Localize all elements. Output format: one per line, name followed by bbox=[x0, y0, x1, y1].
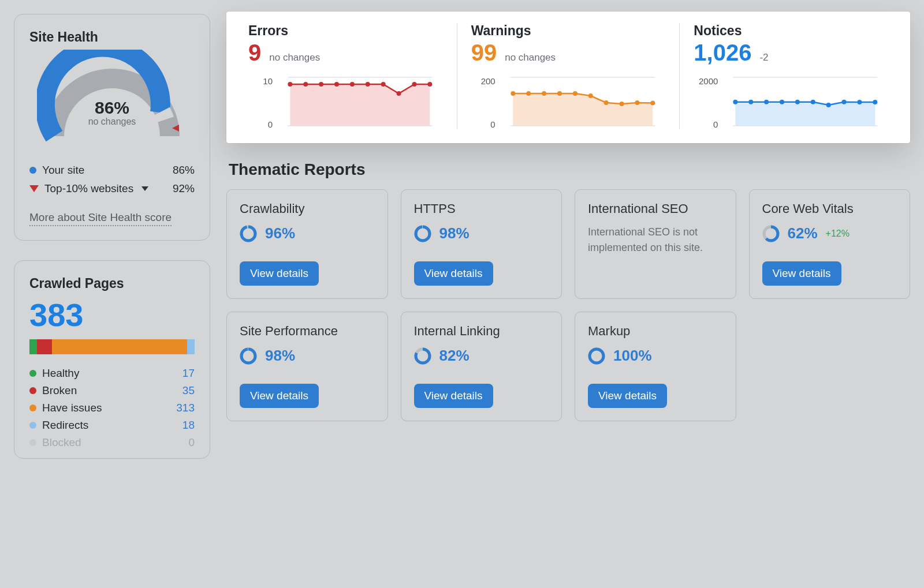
svg-point-36 bbox=[873, 100, 878, 104]
crawl-row[interactable]: Healthy17 bbox=[29, 367, 195, 380]
svg-point-22 bbox=[619, 102, 624, 106]
svg-point-9 bbox=[381, 82, 386, 87]
notices-card[interactable]: Notices 1,026 -2 20000 bbox=[679, 23, 902, 129]
svg-point-19 bbox=[573, 91, 578, 96]
crawl-row[interactable]: Blocked0 bbox=[29, 436, 195, 449]
view-details-button[interactable]: View details bbox=[762, 261, 841, 286]
report-percent: 100% bbox=[613, 347, 652, 365]
crawl-row[interactable]: Redirects18 bbox=[29, 419, 195, 432]
crawled-pages-bar bbox=[29, 339, 195, 354]
report-note: International SEO is not implemented on … bbox=[588, 224, 723, 256]
progress-ring-icon bbox=[762, 225, 780, 242]
notices-value: 1,026 bbox=[694, 40, 751, 66]
legend-dot-icon bbox=[29, 422, 36, 429]
more-about-link[interactable]: More about Site Health score bbox=[29, 211, 172, 226]
issues-summary: Errors 9 no changes 100 Warnings 99 no c… bbox=[226, 12, 910, 143]
report-percent: 98% bbox=[265, 347, 295, 365]
svg-point-11 bbox=[412, 82, 416, 87]
view-details-button[interactable]: View details bbox=[414, 384, 493, 408]
view-details-button[interactable]: View details bbox=[240, 261, 319, 286]
report-card: Crawlability96%View details bbox=[226, 189, 388, 299]
errors-sparkline bbox=[277, 76, 443, 129]
legend-dot-icon bbox=[29, 405, 36, 411]
svg-point-29 bbox=[764, 100, 769, 104]
report-percent: 98% bbox=[439, 224, 470, 242]
view-details-button[interactable]: View details bbox=[588, 384, 667, 408]
svg-point-21 bbox=[603, 100, 608, 105]
thematic-title: Thematic Reports bbox=[229, 160, 910, 179]
svg-point-17 bbox=[542, 91, 546, 96]
svg-point-48 bbox=[590, 349, 603, 363]
svg-point-24 bbox=[650, 100, 655, 105]
site-health-sub: no changes bbox=[29, 117, 195, 127]
report-title: Markup bbox=[588, 324, 723, 339]
report-percent: 62% bbox=[788, 224, 818, 242]
report-card: International SEOInternational SEO is no… bbox=[575, 189, 736, 299]
warnings-card[interactable]: Warnings 99 no changes 2000 bbox=[457, 23, 680, 129]
errors-value: 9 bbox=[248, 40, 261, 66]
report-card: Core Web Vitals62%+12%View details bbox=[749, 189, 911, 299]
report-title: Crawlability bbox=[240, 201, 375, 216]
crawled-pages-card: Crawled Pages 383 Healthy17Broken35Have … bbox=[14, 260, 210, 459]
legend-dot-icon bbox=[29, 439, 36, 446]
legend-top10[interactable]: Top-10% websites 92% bbox=[29, 182, 195, 195]
report-percent: 82% bbox=[439, 347, 470, 365]
svg-point-44 bbox=[241, 349, 255, 363]
svg-point-34 bbox=[842, 100, 847, 104]
report-delta: +12% bbox=[826, 229, 850, 239]
svg-point-4 bbox=[303, 82, 308, 87]
svg-point-27 bbox=[733, 100, 738, 104]
report-title: International SEO bbox=[588, 201, 723, 216]
legend-dot-icon bbox=[29, 167, 36, 174]
svg-point-12 bbox=[427, 82, 432, 87]
svg-point-30 bbox=[780, 100, 784, 104]
notices-sparkline bbox=[722, 76, 888, 129]
legend-dot-icon bbox=[29, 387, 36, 394]
svg-point-3 bbox=[288, 82, 292, 87]
chevron-down-icon bbox=[141, 186, 148, 191]
svg-point-35 bbox=[858, 100, 862, 104]
svg-point-7 bbox=[350, 82, 355, 87]
svg-point-23 bbox=[635, 100, 639, 105]
svg-point-20 bbox=[588, 93, 593, 98]
report-percent: 96% bbox=[265, 224, 295, 242]
progress-ring-icon bbox=[414, 225, 431, 242]
svg-point-5 bbox=[319, 82, 323, 87]
legend-your-site: Your site 86% bbox=[29, 164, 195, 177]
report-card: Site Performance98%View details bbox=[226, 312, 388, 421]
report-card: Markup100%View details bbox=[575, 312, 736, 421]
svg-point-16 bbox=[526, 91, 531, 96]
site-health-percent: 86% bbox=[29, 98, 195, 118]
view-details-button[interactable]: View details bbox=[414, 261, 493, 286]
progress-ring-icon bbox=[414, 347, 431, 365]
warnings-sparkline bbox=[500, 76, 666, 129]
crawl-row[interactable]: Broken35 bbox=[29, 384, 195, 397]
svg-point-38 bbox=[241, 227, 255, 241]
progress-ring-icon bbox=[588, 347, 605, 365]
site-health-card: Site Health 86% no changes bbox=[14, 14, 210, 241]
report-title: Core Web Vitals bbox=[762, 201, 897, 216]
svg-point-33 bbox=[826, 103, 831, 107]
svg-point-40 bbox=[416, 227, 430, 241]
svg-point-32 bbox=[811, 100, 815, 104]
report-title: Site Performance bbox=[240, 324, 375, 339]
site-health-title: Site Health bbox=[29, 29, 195, 45]
crawl-row[interactable]: Have issues313 bbox=[29, 402, 195, 414]
svg-point-31 bbox=[795, 100, 800, 104]
report-title: Internal Linking bbox=[414, 324, 549, 339]
crawled-pages-total: 383 bbox=[29, 296, 195, 334]
errors-card[interactable]: Errors 9 no changes 100 bbox=[234, 23, 457, 129]
site-health-gauge: 86% no changes bbox=[29, 50, 195, 148]
svg-point-18 bbox=[557, 91, 562, 96]
warnings-value: 99 bbox=[471, 40, 497, 66]
report-card: HTTPS98%View details bbox=[401, 189, 562, 299]
svg-point-10 bbox=[397, 91, 401, 96]
report-card: Internal Linking82%View details bbox=[401, 312, 562, 421]
svg-point-15 bbox=[511, 91, 515, 96]
view-details-button[interactable]: View details bbox=[240, 384, 319, 408]
report-title: HTTPS bbox=[414, 201, 549, 216]
svg-point-6 bbox=[334, 82, 339, 87]
triangle-down-icon bbox=[29, 185, 39, 192]
svg-point-8 bbox=[366, 82, 370, 87]
progress-ring-icon bbox=[240, 347, 257, 365]
